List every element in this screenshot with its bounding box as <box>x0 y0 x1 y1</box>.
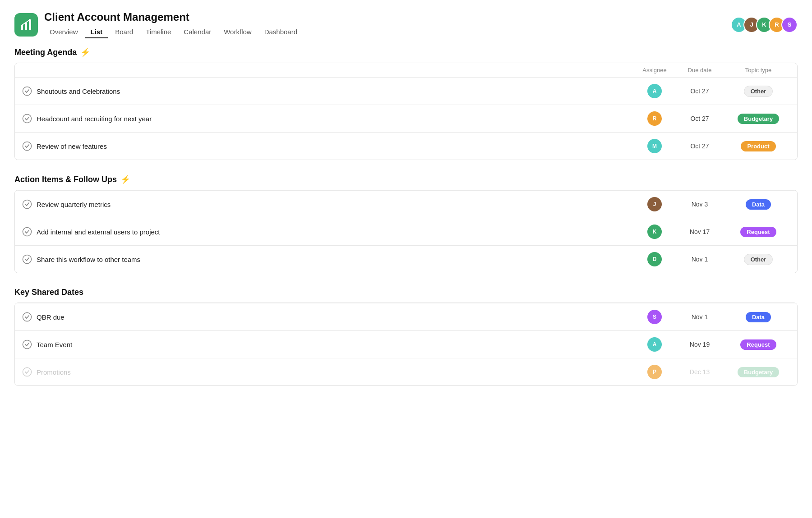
section-title: Action Items & Follow Ups <box>14 175 117 184</box>
task-name: Headcount and recruiting for next year <box>22 114 637 124</box>
task-label: Share this workflow to other teams <box>37 256 140 263</box>
col-header-type: Topic type <box>727 67 790 73</box>
task-avatar: A <box>647 84 662 98</box>
task-duedate: Dec 13 <box>673 368 727 376</box>
task-avatar: K <box>647 225 662 239</box>
app-title: Client Account Management <box>44 11 303 23</box>
task-row[interactable]: Review of new features M Oct 27 Product <box>15 132 797 160</box>
svg-point-11 <box>23 340 32 349</box>
header-left: Client Account Management OverviewListBo… <box>14 11 303 38</box>
check-icon <box>22 86 32 96</box>
task-duedate: Nov 1 <box>673 256 727 263</box>
badge-budgetary[interactable]: Budgetary <box>738 367 779 377</box>
badge-request[interactable]: Request <box>740 339 776 350</box>
task-assignee: M <box>637 139 673 153</box>
svg-point-10 <box>23 313 32 321</box>
task-avatar: P <box>647 365 662 379</box>
svg-rect-2 <box>29 20 31 30</box>
check-icon <box>22 141 32 151</box>
header-title-block: Client Account Management OverviewListBo… <box>44 11 303 38</box>
task-duedate: Nov 17 <box>673 228 727 235</box>
badge-product[interactable]: Product <box>741 141 775 151</box>
nav-tab-list[interactable]: List <box>85 26 108 38</box>
task-avatar: J <box>647 197 662 211</box>
task-row[interactable]: Review quarterly metrics J Nov 3 Data <box>15 190 797 218</box>
task-label: Promotions <box>37 368 71 376</box>
nav-tab-dashboard[interactable]: Dashboard <box>259 26 303 38</box>
task-row[interactable]: Headcount and recruiting for next year R… <box>15 105 797 132</box>
task-row[interactable]: Promotions P Dec 13 Budgetary <box>15 358 797 385</box>
lightning-icon: ⚡ <box>120 174 130 184</box>
section-header: Meeting Agenda⚡ <box>14 47 798 57</box>
task-row[interactable]: Team Event A Nov 19 Request <box>15 330 797 358</box>
section-title: Meeting Agenda <box>14 48 77 57</box>
header: Client Account Management OverviewListBo… <box>14 11 798 38</box>
badge-other[interactable]: Other <box>744 86 773 97</box>
section-title: Key Shared Dates <box>14 288 83 297</box>
lightning-icon: ⚡ <box>80 47 90 57</box>
col-header-name <box>22 67 637 73</box>
task-label: Review quarterly metrics <box>37 201 111 208</box>
task-row[interactable]: Shoutouts and Celebrations A Oct 27 Othe… <box>15 77 797 105</box>
col-header-assignee: Assignee <box>637 67 673 73</box>
badge-budgetary[interactable]: Budgetary <box>738 114 779 124</box>
task-type: Other <box>727 86 790 97</box>
task-name: Review of new features <box>22 141 637 151</box>
svg-point-12 <box>23 368 32 376</box>
nav-tab-workflow[interactable]: Workflow <box>218 26 257 38</box>
task-assignee: D <box>637 252 673 266</box>
task-avatar: D <box>647 252 662 266</box>
nav-tab-timeline[interactable]: Timeline <box>140 26 176 38</box>
task-assignee: K <box>637 225 673 239</box>
task-name: Promotions <box>22 367 637 377</box>
task-type: Other <box>727 254 790 265</box>
task-type: Request <box>727 227 790 237</box>
task-avatar: S <box>647 310 662 324</box>
task-label: Team Event <box>37 341 72 348</box>
task-duedate: Oct 27 <box>673 115 727 122</box>
task-assignee: A <box>637 337 673 352</box>
task-row[interactable]: Add internal and external users to proje… <box>15 218 797 245</box>
nav-tab-calendar[interactable]: Calendar <box>178 26 217 38</box>
svg-point-7 <box>23 200 32 209</box>
check-icon <box>22 339 32 349</box>
badge-request[interactable]: Request <box>740 227 776 237</box>
task-table: Assignee Due date Topic type Shoutouts a… <box>14 63 798 160</box>
check-icon <box>22 312 32 322</box>
table-header-row: Assignee Due date Topic type <box>15 63 797 77</box>
task-name: Shoutouts and Celebrations <box>22 86 637 96</box>
app-icon <box>14 13 38 37</box>
task-type: Data <box>727 199 790 210</box>
svg-rect-1 <box>25 23 27 30</box>
section-action-items: Action Items & Follow Ups⚡ Review quarte… <box>14 174 798 273</box>
nav-tab-board[interactable]: Board <box>110 26 138 38</box>
badge-other[interactable]: Other <box>744 254 773 265</box>
task-avatar: A <box>647 337 662 352</box>
svg-point-6 <box>23 142 32 151</box>
task-duedate: Nov 3 <box>673 201 727 208</box>
svg-point-8 <box>23 228 32 236</box>
svg-point-4 <box>23 87 32 96</box>
check-icon <box>22 199 32 209</box>
task-assignee: J <box>637 197 673 211</box>
task-row[interactable]: Share this workflow to other teams D Nov… <box>15 245 797 273</box>
svg-rect-0 <box>21 25 23 30</box>
task-assignee: A <box>637 84 673 98</box>
task-avatar: M <box>647 139 662 153</box>
task-type: Data <box>727 312 790 322</box>
badge-data[interactable]: Data <box>746 199 771 210</box>
sections-container: Meeting Agenda⚡ Assignee Due date Topic … <box>14 47 798 386</box>
check-icon <box>22 254 32 264</box>
chart-icon <box>19 18 33 32</box>
badge-data[interactable]: Data <box>746 312 771 322</box>
check-icon <box>22 114 32 124</box>
check-icon <box>22 227 32 237</box>
header-avatars: A J K R S <box>731 17 798 33</box>
avatar-stack: A J K R S <box>731 17 798 33</box>
task-name: Share this workflow to other teams <box>22 254 637 264</box>
nav-tab-overview[interactable]: Overview <box>44 26 83 38</box>
task-row[interactable]: QBR due S Nov 1 Data <box>15 303 797 330</box>
task-label: Shoutouts and Celebrations <box>37 87 120 95</box>
task-assignee: R <box>637 111 673 126</box>
section-header: Action Items & Follow Ups⚡ <box>14 174 798 184</box>
